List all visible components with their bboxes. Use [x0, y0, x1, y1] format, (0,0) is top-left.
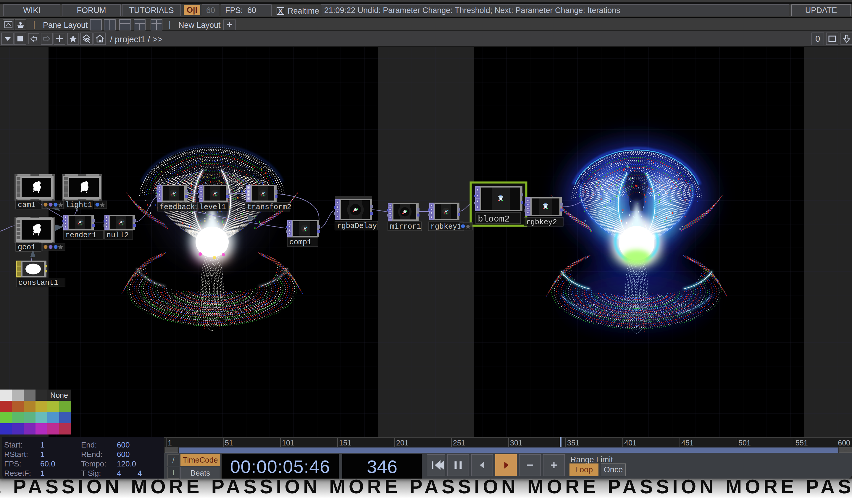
svg-text:rgbkey1: rgbkey1 — [431, 222, 461, 231]
svg-text:rgbaDelay: rgbaDelay — [337, 222, 377, 230]
svg-text:constant1: constant1 — [18, 278, 58, 287]
svg-text:null2: null2 — [107, 231, 129, 239]
svg-text:bloom2: bloom2 — [478, 214, 510, 224]
svg-text:feedback1: feedback1 — [160, 203, 199, 212]
svg-text:rgbkey2: rgbkey2 — [526, 218, 557, 227]
svg-text:transform2: transform2 — [247, 203, 291, 212]
svg-text:mirror1: mirror1 — [390, 222, 421, 231]
svg-text:cam1: cam1 — [18, 201, 36, 210]
svg-text:geo1: geo1 — [18, 243, 36, 252]
svg-text:light1: light1 — [66, 201, 92, 210]
svg-text:render1: render1 — [66, 231, 96, 239]
svg-text:comp1: comp1 — [289, 238, 311, 247]
svg-text:level1: level1 — [199, 203, 226, 212]
